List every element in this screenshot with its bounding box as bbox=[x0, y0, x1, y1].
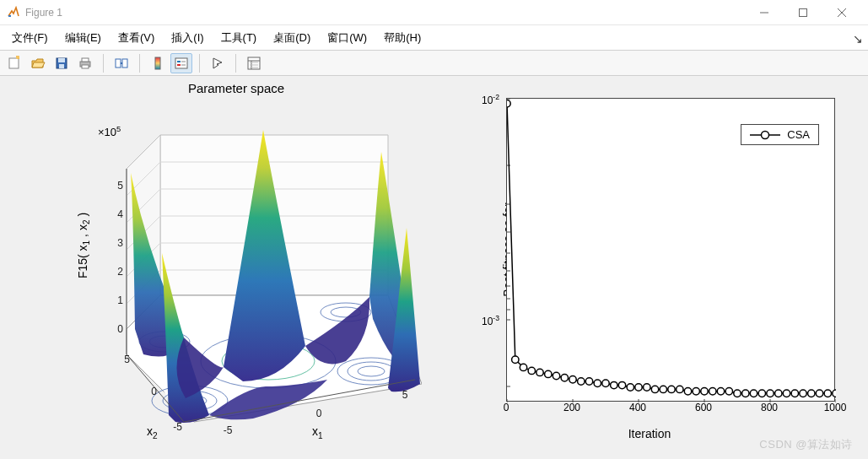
svg-text:-5: -5 bbox=[173, 421, 182, 433]
menu-desktop[interactable]: 桌面(D) bbox=[265, 27, 319, 49]
svg-point-90 bbox=[545, 370, 552, 377]
svg-point-107 bbox=[684, 388, 691, 395]
window-title: Figure 1 bbox=[25, 7, 62, 19]
plot-tools-button[interactable] bbox=[243, 53, 265, 73]
menu-window[interactable]: 窗口(W) bbox=[319, 27, 375, 49]
x-axis-label: x1 bbox=[312, 424, 323, 440]
svg-point-116 bbox=[758, 390, 765, 397]
svg-point-88 bbox=[528, 367, 535, 374]
title-bar: Figure 1 bbox=[0, 0, 868, 25]
z-axis-multiplier: ×105 bbox=[98, 125, 121, 138]
svg-point-100 bbox=[627, 384, 633, 391]
svg-text:0: 0 bbox=[151, 386, 157, 397]
svg-rect-7 bbox=[58, 58, 65, 62]
svg-point-5 bbox=[16, 56, 19, 59]
save-button[interactable] bbox=[51, 53, 73, 73]
svg-rect-13 bbox=[122, 59, 127, 68]
legend-label: CSA bbox=[787, 128, 810, 141]
edit-plot-button[interactable] bbox=[207, 53, 229, 73]
figure-stage: Parameter space bbox=[0, 76, 868, 459]
toolbar-separator bbox=[199, 54, 200, 73]
menu-insert[interactable]: 插入(I) bbox=[163, 27, 212, 49]
y-tick: 10-2 bbox=[469, 93, 499, 106]
open-button[interactable] bbox=[27, 53, 49, 73]
menu-help[interactable]: 帮助(H) bbox=[375, 27, 429, 49]
svg-rect-15 bbox=[155, 57, 160, 69]
matlab-icon bbox=[7, 6, 20, 19]
insert-legend-button[interactable] bbox=[170, 53, 192, 73]
svg-point-125 bbox=[833, 390, 836, 397]
z-axis-label: F15( x1 , x2 ) bbox=[76, 213, 92, 278]
svg-text:5: 5 bbox=[402, 389, 408, 401]
svg-point-119 bbox=[783, 390, 790, 397]
surface-plot: 0 1 2 3 4 5 5 0 -5 -5 0 5 bbox=[84, 101, 422, 439]
svg-point-105 bbox=[668, 386, 675, 392]
svg-rect-10 bbox=[82, 58, 89, 62]
svg-rect-11 bbox=[82, 65, 89, 68]
svg-text:2: 2 bbox=[117, 266, 123, 278]
svg-point-110 bbox=[709, 388, 716, 395]
svg-point-93 bbox=[569, 376, 576, 383]
x-tick: 1000 bbox=[824, 402, 847, 413]
svg-rect-4 bbox=[9, 58, 19, 68]
legend-swatch bbox=[750, 130, 780, 140]
x-tick: 200 bbox=[563, 402, 580, 413]
toolbar-separator bbox=[139, 54, 140, 73]
svg-point-85 bbox=[507, 100, 510, 107]
x-axis-ticks: 0 200 400 600 800 1000 bbox=[506, 402, 835, 415]
toolbar bbox=[0, 51, 868, 76]
svg-point-109 bbox=[701, 388, 708, 395]
axes-title: Parameter space bbox=[51, 81, 422, 95]
link-axes-button[interactable] bbox=[111, 53, 132, 73]
menu-tools[interactable]: 工具(T) bbox=[213, 27, 266, 49]
y-axis-ticks: 10-2 10-3 bbox=[472, 98, 503, 402]
svg-point-102 bbox=[644, 384, 650, 391]
x-axis-label: Iteration bbox=[447, 427, 852, 440]
svg-point-87 bbox=[520, 364, 526, 370]
menu-edit[interactable]: 编辑(E) bbox=[57, 27, 110, 49]
insert-colorbar-button[interactable] bbox=[147, 53, 169, 73]
svg-point-106 bbox=[677, 386, 683, 392]
new-figure-button[interactable] bbox=[3, 53, 25, 73]
minimize-button[interactable] bbox=[745, 0, 784, 25]
svg-text:-5: -5 bbox=[224, 424, 233, 436]
x-tick: 0 bbox=[504, 402, 509, 413]
close-button[interactable] bbox=[822, 0, 861, 25]
svg-point-113 bbox=[734, 390, 741, 397]
svg-point-121 bbox=[800, 390, 806, 397]
menu-file[interactable]: 文件(F) bbox=[3, 27, 57, 49]
svg-point-120 bbox=[791, 390, 798, 397]
svg-point-114 bbox=[742, 390, 749, 397]
menu-overflow-icon[interactable]: ↘ bbox=[853, 32, 863, 46]
svg-rect-8 bbox=[59, 64, 64, 68]
print-button[interactable] bbox=[74, 53, 96, 73]
svg-point-124 bbox=[824, 390, 831, 397]
menu-bar: 文件(F) 编辑(E) 查看(V) 插入(I) 工具(T) 桌面(D) 窗口(W… bbox=[0, 25, 868, 51]
svg-point-95 bbox=[585, 378, 592, 385]
line-plot: CSA bbox=[506, 98, 835, 402]
toolbar-separator bbox=[103, 54, 104, 73]
svg-point-122 bbox=[808, 390, 815, 397]
menu-view[interactable]: 查看(V) bbox=[110, 27, 163, 49]
svg-text:4: 4 bbox=[117, 208, 123, 220]
svg-text:5: 5 bbox=[124, 354, 130, 365]
svg-rect-16 bbox=[175, 58, 187, 68]
axes-parameter-space[interactable]: Parameter space bbox=[51, 81, 422, 444]
svg-rect-12 bbox=[116, 59, 121, 68]
x-tick: 600 bbox=[695, 402, 712, 413]
svg-text:0: 0 bbox=[117, 323, 123, 335]
svg-point-91 bbox=[553, 372, 559, 379]
svg-point-97 bbox=[602, 380, 609, 386]
maximize-button[interactable] bbox=[784, 0, 822, 25]
svg-text:1: 1 bbox=[117, 294, 123, 306]
legend[interactable]: CSA bbox=[741, 124, 819, 145]
y-axis-label: x2 bbox=[147, 424, 158, 440]
svg-point-94 bbox=[578, 378, 585, 385]
svg-point-118 bbox=[775, 390, 782, 397]
svg-rect-1 bbox=[800, 8, 807, 16]
axes-convergence[interactable]: Best fitness so far 10-2 10-3 bbox=[447, 81, 852, 444]
y-tick: 10-3 bbox=[469, 314, 499, 327]
svg-text:3: 3 bbox=[117, 237, 123, 249]
svg-point-104 bbox=[660, 386, 666, 392]
x-tick: 800 bbox=[761, 402, 778, 413]
